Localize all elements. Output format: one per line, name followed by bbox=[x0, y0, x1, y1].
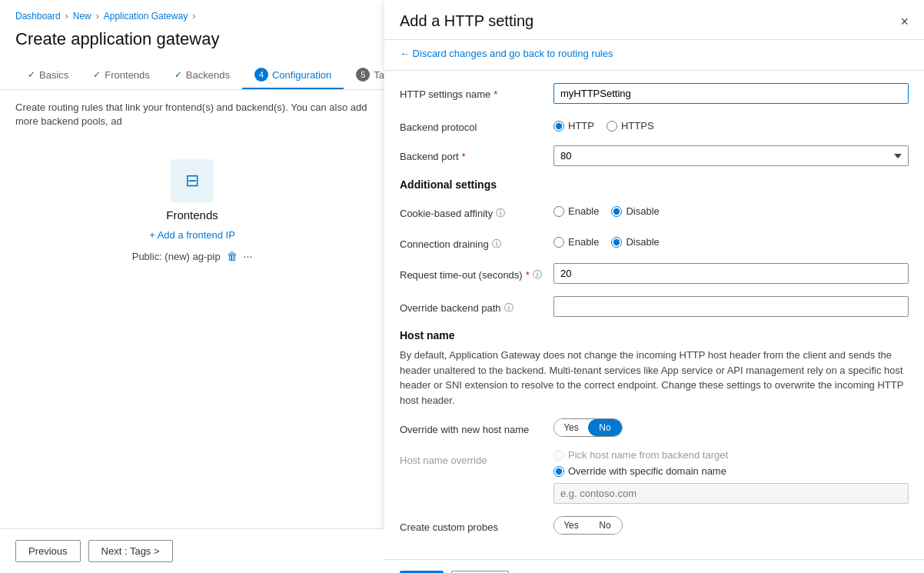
backend-port-label: Backend port * bbox=[400, 145, 553, 162]
override-backend-path-input[interactable] bbox=[553, 296, 909, 317]
cookie-affinity-enable[interactable]: Enable bbox=[553, 205, 599, 217]
backend-protocol-row: Backend protocol HTTP HTTPS bbox=[400, 116, 909, 133]
override-host-name-toggle[interactable]: Yes No bbox=[553, 418, 623, 437]
create-custom-probes-control[interactable]: Yes No bbox=[553, 516, 909, 535]
side-panel: Add a HTTP setting × ← Discard changes a… bbox=[384, 0, 924, 573]
request-timeout-row: Request time-out (seconds) * ⓘ bbox=[400, 263, 909, 284]
connection-draining-label: Connection draining ⓘ bbox=[400, 232, 553, 251]
tab-configuration[interactable]: 4 Configuration bbox=[242, 62, 344, 89]
panel-footer: Add Cancel bbox=[384, 559, 924, 573]
check-icon: ✓ bbox=[28, 69, 35, 80]
override-backend-path-label: Override backend path ⓘ bbox=[400, 296, 553, 315]
cookie-affinity-info-icon: ⓘ bbox=[496, 207, 505, 220]
connection-draining-enable[interactable]: Enable bbox=[553, 236, 599, 248]
frontends-section: ⊟ Frontends + Add a frontend IP Public: … bbox=[0, 144, 384, 262]
panel-header: Add a HTTP setting × bbox=[384, 0, 924, 40]
backend-protocol-label: Backend protocol bbox=[400, 116, 553, 133]
toggle-yes[interactable]: Yes bbox=[554, 419, 588, 436]
check-icon: ✓ bbox=[93, 69, 101, 80]
probes-toggle-yes[interactable]: Yes bbox=[554, 517, 588, 534]
request-timeout-info-icon: ⓘ bbox=[533, 268, 542, 282]
backend-protocol-https[interactable]: HTTPS bbox=[607, 120, 654, 132]
tabs-bar: ✓ Basics ✓ Frontends ✓ Backends 4 Config… bbox=[0, 62, 384, 90]
breadcrumb-appgw[interactable]: Application Gateway bbox=[104, 11, 188, 22]
domain-name-input bbox=[553, 483, 909, 504]
host-name-override-label: Host name override bbox=[400, 449, 553, 466]
tab-basics[interactable]: ✓ Basics bbox=[15, 63, 81, 88]
request-timeout-input[interactable] bbox=[553, 263, 909, 284]
connection-draining-row: Connection draining ⓘ Enable Disable bbox=[400, 232, 909, 251]
host-name-desc: By default, Application Gateway does not… bbox=[400, 348, 909, 408]
cookie-affinity-disable[interactable]: Disable bbox=[611, 205, 659, 217]
cookie-affinity-control: Enable Disable bbox=[553, 202, 909, 217]
backend-protocol-http[interactable]: HTTP bbox=[553, 120, 594, 132]
previous-button[interactable]: Previous bbox=[15, 540, 81, 562]
tab-backends[interactable]: ✓ Backends bbox=[162, 63, 242, 88]
next-tags-button[interactable]: Next : Tags > bbox=[88, 540, 173, 562]
request-timeout-control bbox=[553, 263, 909, 284]
request-timeout-label: Request time-out (seconds) * ⓘ bbox=[400, 263, 553, 282]
backend-port-control: 80 443 8080 bbox=[553, 145, 909, 166]
backend-port-select[interactable]: 80 443 8080 bbox=[553, 145, 909, 166]
breadcrumb-dashboard[interactable]: Dashboard bbox=[15, 11, 61, 22]
override-host-name-row: Override with new host name Yes No bbox=[400, 418, 909, 437]
http-settings-name-label: HTTP settings name * bbox=[400, 83, 553, 100]
close-button[interactable]: × bbox=[900, 15, 909, 28]
add-frontend-ip-link[interactable]: + Add a frontend IP bbox=[149, 229, 235, 241]
cookie-affinity-row: Cookie-based affinity ⓘ Enable Disable bbox=[400, 202, 909, 220]
tab-num: 4 bbox=[254, 68, 268, 82]
host-name-override-control: Pick host name from backend target Overr… bbox=[553, 449, 909, 504]
panel-body: HTTP settings name * Backend protocol HT… bbox=[384, 71, 924, 559]
additional-settings-heading: Additional settings bbox=[400, 178, 909, 191]
host-name-section-heading: Host name bbox=[400, 329, 909, 341]
panel-title: Add a HTTP setting bbox=[400, 12, 533, 30]
back-link[interactable]: ← Discard changes and go back to routing… bbox=[384, 40, 924, 71]
page-title: Create application gateway bbox=[0, 29, 384, 62]
override-backend-path-control bbox=[553, 296, 909, 317]
connection-draining-control: Enable Disable bbox=[553, 232, 909, 248]
cookie-affinity-label: Cookie-based affinity ⓘ bbox=[400, 202, 553, 220]
http-settings-name-input[interactable] bbox=[553, 83, 909, 104]
bottom-bar: Previous Next : Tags > bbox=[0, 528, 384, 573]
check-icon: ✓ bbox=[174, 69, 182, 80]
frontends-label: Frontends bbox=[166, 208, 218, 222]
frontends-icon-box: ⊟ bbox=[171, 159, 214, 202]
override-specific-radio[interactable]: Override with specific domain name bbox=[553, 465, 909, 477]
frontend-item: Public: (new) ag-pip 🗑 ··· bbox=[132, 250, 253, 262]
override-host-name-label: Override with new host name bbox=[400, 418, 553, 435]
more-options-icon[interactable]: ··· bbox=[244, 250, 253, 262]
backend-protocol-control: HTTP HTTPS bbox=[553, 116, 909, 132]
breadcrumb: Dashboard › New › Application Gateway › bbox=[0, 0, 384, 29]
tab-tags[interactable]: 5 Tags bbox=[344, 62, 384, 89]
frontends-icon: ⊟ bbox=[185, 171, 199, 191]
backend-port-row: Backend port * 80 443 8080 bbox=[400, 145, 909, 166]
connection-draining-disable[interactable]: Disable bbox=[611, 236, 659, 248]
http-settings-name-row: HTTP settings name * bbox=[400, 83, 909, 104]
probes-toggle-no[interactable]: No bbox=[588, 517, 622, 534]
connection-draining-info-icon: ⓘ bbox=[492, 238, 501, 251]
trash-icon[interactable]: 🗑 bbox=[227, 250, 238, 262]
host-name-override-row: Host name override Pick host name from b… bbox=[400, 449, 909, 504]
description-text: Create routing rules that link your fron… bbox=[0, 90, 384, 144]
create-custom-probes-toggle[interactable]: Yes No bbox=[553, 516, 623, 535]
pick-host-radio: Pick host name from backend target bbox=[553, 449, 909, 461]
override-backend-path-row: Override backend path ⓘ bbox=[400, 296, 909, 317]
http-settings-name-control bbox=[553, 83, 909, 104]
override-host-name-control[interactable]: Yes No bbox=[553, 418, 909, 437]
breadcrumb-new[interactable]: New bbox=[73, 11, 91, 22]
tab-num: 5 bbox=[356, 68, 370, 82]
create-custom-probes-label: Create custom probes bbox=[400, 516, 553, 533]
tab-frontends[interactable]: ✓ Frontends bbox=[81, 63, 162, 88]
create-custom-probes-row: Create custom probes Yes No bbox=[400, 516, 909, 535]
override-backend-path-info-icon: ⓘ bbox=[504, 301, 514, 315]
frontend-item-text: Public: (new) ag-pip bbox=[132, 251, 221, 262]
toggle-no[interactable]: No bbox=[588, 419, 622, 436]
